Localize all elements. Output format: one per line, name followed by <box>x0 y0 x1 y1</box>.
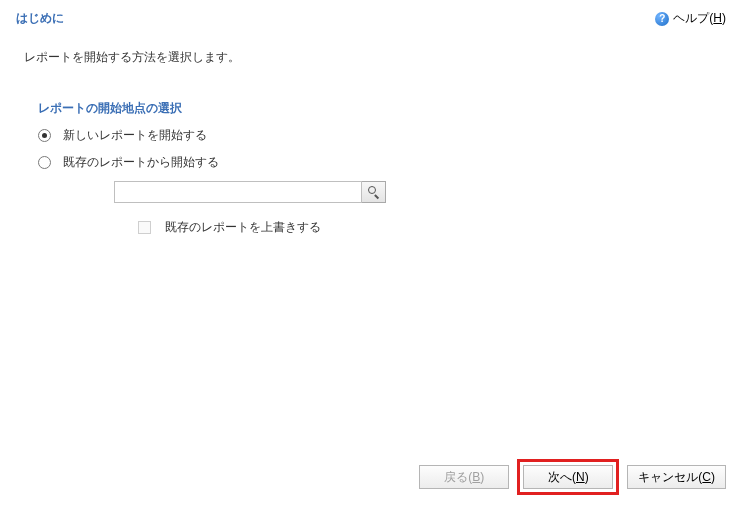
help-label: ヘルプ(H) <box>673 10 726 27</box>
cancel-button[interactable]: キャンセル(C) <box>627 465 726 489</box>
search-icon <box>368 186 380 198</box>
overwrite-label: 既存のレポートを上書きする <box>165 219 321 236</box>
page-title: はじめに <box>16 10 64 27</box>
next-button[interactable]: 次へ(N) <box>523 465 613 489</box>
overwrite-checkbox[interactable] <box>138 221 151 234</box>
radio-existing-report-label[interactable]: 既存のレポートから開始する <box>63 154 219 171</box>
next-button-highlight: 次へ(N) <box>517 459 619 495</box>
browse-button[interactable] <box>362 181 386 203</box>
back-button: 戻る(B) <box>419 465 509 489</box>
radio-new-report[interactable] <box>38 129 51 142</box>
intro-text: レポートを開始する方法を選択します。 <box>0 27 742 66</box>
section-title: レポートの開始地点の選択 <box>38 100 742 117</box>
wizard-footer: 戻る(B) 次へ(N) キャンセル(C) <box>419 459 726 495</box>
existing-report-path-input[interactable] <box>114 181 362 203</box>
radio-new-report-label[interactable]: 新しいレポートを開始する <box>63 127 207 144</box>
radio-existing-report[interactable] <box>38 156 51 169</box>
help-icon: ? <box>655 12 669 26</box>
help-link[interactable]: ? ヘルプ(H) <box>655 10 726 27</box>
